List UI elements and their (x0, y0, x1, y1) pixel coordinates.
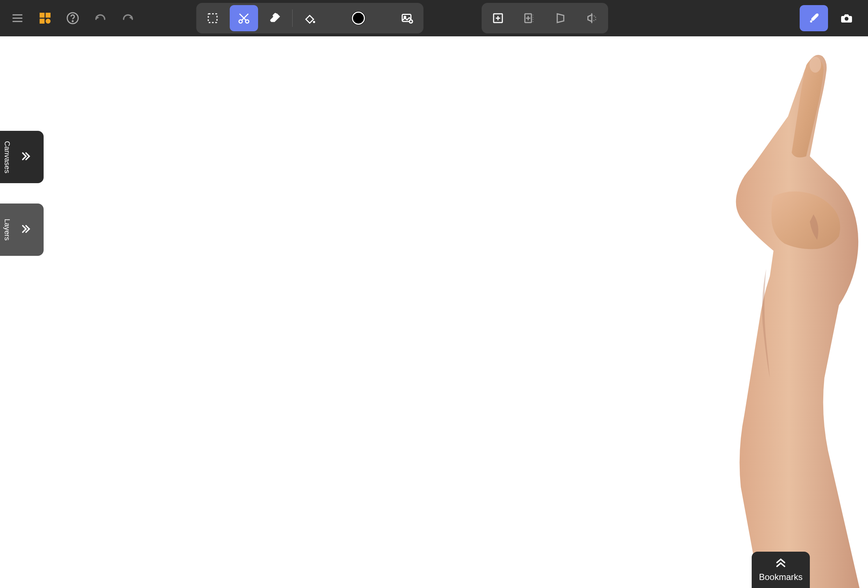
svg-point-34 (809, 57, 821, 73)
guides-icon (523, 12, 536, 25)
insert-image-button[interactable] (393, 5, 421, 31)
canvas-area[interactable]: Canvases Layers (0, 36, 868, 588)
color-swatch-icon (352, 12, 365, 25)
hamburger-icon (11, 12, 24, 25)
camera-button[interactable] (833, 5, 861, 31)
svg-rect-9 (208, 14, 217, 22)
expand-chevrons-icon (19, 223, 32, 237)
svg-point-32 (810, 21, 812, 22)
mirror-button[interactable] (577, 5, 606, 31)
undo-button[interactable] (90, 8, 111, 28)
camera-icon (840, 12, 853, 25)
scissors-icon (237, 12, 251, 25)
bookmarks-label: Bookmarks (759, 572, 803, 582)
select-tool-button[interactable] (198, 5, 227, 31)
hand-pointer-overlay (614, 51, 868, 588)
app-logo-button[interactable] (35, 8, 55, 28)
expand-chevrons-icon (19, 150, 32, 164)
svg-rect-4 (46, 13, 51, 18)
bookmarks-tab[interactable]: Bookmarks (752, 552, 810, 588)
top-toolbar (0, 0, 868, 36)
svg-rect-3 (40, 13, 45, 18)
canvases-panel-tab[interactable]: Canvases (0, 131, 44, 183)
layers-panel-tab[interactable]: Layers (0, 203, 44, 256)
perspective-icon (554, 12, 567, 25)
canvases-label: Canvases (3, 141, 11, 173)
select-icon (206, 12, 219, 25)
brush-button[interactable] (800, 5, 828, 31)
svg-point-8 (72, 21, 73, 21)
canvas-tools-group (481, 3, 608, 34)
eraser-tool-button[interactable] (261, 5, 289, 31)
fill-tool-button[interactable] (295, 5, 324, 31)
scissors-tool-button[interactable] (230, 5, 258, 31)
help-button[interactable] (62, 8, 83, 28)
tools-group (196, 3, 424, 34)
undo-icon (94, 12, 107, 25)
add-frame-icon (492, 12, 505, 25)
divider (292, 9, 292, 27)
help-icon (66, 12, 79, 25)
brush-icon (807, 12, 821, 25)
color-picker-button[interactable] (344, 5, 373, 31)
left-panels: Canvases Layers (0, 131, 44, 256)
svg-rect-5 (40, 19, 45, 24)
svg-point-33 (845, 17, 849, 21)
menu-button[interactable] (7, 8, 28, 28)
image-plus-icon (400, 12, 414, 25)
eraser-icon (269, 12, 282, 25)
layers-label: Layers (3, 219, 11, 240)
fill-icon (303, 12, 316, 25)
perspective-button[interactable] (546, 5, 575, 31)
expand-up-chevrons-icon (774, 557, 787, 569)
app-logo-icon (38, 12, 52, 25)
guides-button[interactable] (515, 5, 543, 31)
mirror-icon (585, 12, 598, 25)
svg-point-15 (313, 21, 315, 23)
svg-point-6 (46, 19, 51, 24)
right-tools-group (800, 5, 861, 31)
add-frame-button[interactable] (484, 5, 512, 31)
redo-icon (121, 12, 134, 25)
redo-button[interactable] (118, 8, 138, 28)
